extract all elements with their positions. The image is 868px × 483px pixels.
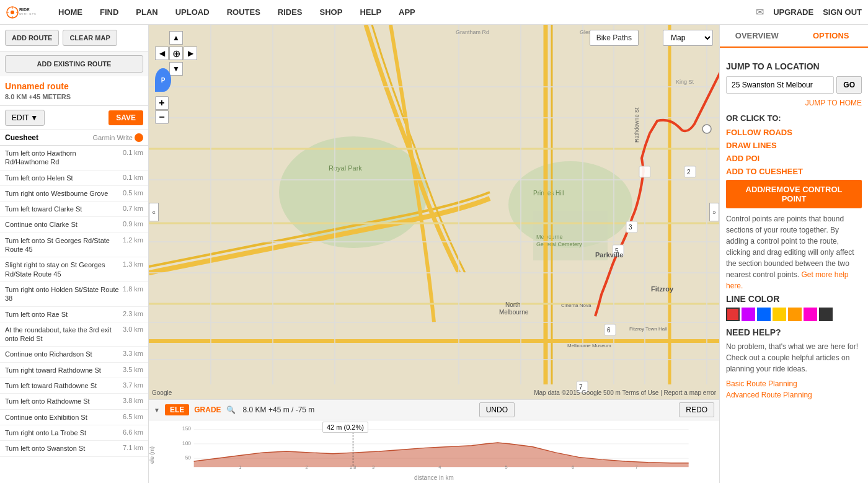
add-remove-control-point-button[interactable]: ADD/REMOVE CONTROL POINT bbox=[726, 180, 862, 208]
collapse-right-button[interactable]: » bbox=[709, 203, 719, 221]
route-name: Unnamed route bbox=[5, 81, 143, 91]
left-panel: ADD ROUTE CLEAR MAP ADD EXISTING ROUTE U… bbox=[0, 25, 149, 483]
redo-button[interactable]: REDO bbox=[679, 402, 714, 417]
pan-center-button[interactable]: ⊕ bbox=[169, 47, 183, 60]
draw-lines-link[interactable]: DRAW LINES bbox=[726, 141, 862, 150]
logo[interactable]: RIDE WITH GPS bbox=[6, 2, 37, 22]
dropdown-arrow-icon: ▼ bbox=[30, 113, 38, 122]
color-swatches bbox=[726, 308, 862, 321]
add-existing-route-button[interactable]: ADD EXISTING ROUTE bbox=[5, 55, 143, 73]
svg-text:1: 1 bbox=[239, 464, 241, 470]
upgrade-link[interactable]: UPGRADE bbox=[773, 7, 813, 17]
color-swatch-0[interactable] bbox=[726, 308, 740, 321]
zoom-out-button[interactable]: − bbox=[155, 110, 169, 124]
search-icon: 🔍 bbox=[226, 405, 236, 414]
garmin-write[interactable]: Garmin Write bbox=[92, 133, 143, 142]
y-axis-label: ele (m) bbox=[149, 420, 155, 464]
nav-home[interactable]: HOME bbox=[50, 0, 91, 25]
pan-up-button[interactable]: ▲ bbox=[169, 31, 183, 45]
elevation-panel: ▼ ELE GRADE 🔍 8.0 KM +45 m / -75 m UNDO … bbox=[149, 399, 719, 483]
svg-text:100: 100 bbox=[182, 440, 191, 446]
color-swatch-4[interactable] bbox=[788, 308, 802, 321]
x-axis-label: distance in km bbox=[149, 474, 719, 481]
nav-app[interactable]: APP bbox=[390, 0, 424, 25]
list-item: Turn left onto Rae St2.3 km bbox=[0, 307, 148, 322]
svg-text:North: North bbox=[505, 301, 520, 308]
undo-button[interactable]: UNDO bbox=[479, 402, 515, 417]
bike-paths-button[interactable]: Bike Paths bbox=[590, 30, 639, 46]
basic-route-planning-link[interactable]: Basic Route Planning bbox=[726, 379, 862, 388]
list-item: Turn left onto St Georges Rd/State Route… bbox=[0, 233, 148, 258]
elevation-chart[interactable]: 150 100 50 1 2 2.8 3 bbox=[149, 420, 719, 482]
nav-shop[interactable]: SHOP bbox=[311, 0, 352, 25]
color-swatch-3[interactable] bbox=[773, 308, 786, 321]
svg-text:Melbourne: Melbourne bbox=[536, 234, 563, 240]
tab-options[interactable]: OPTIONS bbox=[794, 25, 869, 48]
nav-help[interactable]: HELP bbox=[351, 0, 390, 25]
list-item: Turn left onto Hawthorn Rd/Hawthorne Rd0… bbox=[0, 146, 148, 171]
pan-down-button[interactable]: ▼ bbox=[169, 62, 183, 76]
save-button[interactable]: SAVE bbox=[108, 110, 143, 125]
jump-to-home-link[interactable]: JUMP TO HOME bbox=[726, 99, 862, 107]
nav-routes[interactable]: ROUTES bbox=[218, 0, 269, 25]
go-button[interactable]: GO bbox=[836, 76, 862, 94]
zoom-controls: + − bbox=[155, 96, 169, 124]
add-route-button[interactable]: ADD ROUTE bbox=[5, 30, 59, 46]
grade-tab[interactable]: GRADE bbox=[194, 405, 221, 414]
map-type-select[interactable]: Map Satellite Terrain bbox=[663, 30, 713, 46]
elevation-collapse-button[interactable]: ▼ bbox=[154, 407, 160, 414]
main-layout: ADD ROUTE CLEAR MAP ADD EXISTING ROUTE U… bbox=[0, 25, 868, 483]
mail-icon[interactable]: ✉ bbox=[756, 6, 764, 18]
svg-text:Royal Park: Royal Park bbox=[329, 164, 362, 172]
clear-map-button[interactable]: CLEAR MAP bbox=[63, 30, 117, 46]
tab-overview[interactable]: OVERVIEW bbox=[720, 25, 794, 47]
elevation-tab[interactable]: ELE bbox=[165, 404, 189, 415]
cuesheet-list: Turn left onto Hawthorn Rd/Hawthorne Rd0… bbox=[0, 146, 148, 483]
route-info: Unnamed route 8.0 KM +45 METERS bbox=[0, 76, 148, 106]
follow-roads-link[interactable]: FOLLOW ROADS bbox=[726, 128, 862, 137]
svg-text:150: 150 bbox=[182, 425, 191, 432]
advanced-route-planning-link[interactable]: Advanced Route Planning bbox=[726, 391, 862, 399]
edit-button[interactable]: EDIT ▼ bbox=[5, 110, 45, 126]
svg-text:Fitzroy Town Hall: Fitzroy Town Hall bbox=[629, 326, 667, 332]
route-stats: 8.0 KM +45 METERS bbox=[5, 93, 143, 100]
zoom-in-button[interactable]: + bbox=[155, 96, 169, 110]
nav-find[interactable]: FIND bbox=[91, 0, 127, 25]
svg-text:6: 6 bbox=[572, 464, 574, 470]
svg-text:4: 4 bbox=[438, 464, 441, 470]
line-color-title: LINE COLOR bbox=[726, 294, 862, 304]
svg-point-1 bbox=[11, 11, 14, 14]
color-swatch-1[interactable] bbox=[742, 308, 755, 321]
pan-right-button[interactable]: ▶ bbox=[184, 47, 197, 60]
color-swatch-6[interactable] bbox=[819, 308, 833, 321]
list-item: Turn right onto La Trobe St6.6 km bbox=[0, 425, 148, 441]
nav-upload[interactable]: UPLOAD bbox=[167, 0, 218, 25]
pan-left-button[interactable]: ◀ bbox=[155, 47, 169, 60]
signout-link[interactable]: SIGN OUT bbox=[823, 7, 862, 17]
list-item: Turn left onto Helen St0.1 km bbox=[0, 171, 148, 186]
center-panel: Royal Park Princes Hill Melbourne Genera… bbox=[149, 25, 719, 483]
svg-text:2: 2 bbox=[687, 169, 691, 175]
list-item: Slight right to stay on St Georges Rd/St… bbox=[0, 257, 148, 282]
color-swatch-2[interactable] bbox=[757, 308, 771, 321]
nav-plan[interactable]: PLAN bbox=[127, 0, 166, 25]
streetview-button[interactable]: P bbox=[155, 68, 171, 92]
elevation-toolbar: ▼ ELE GRADE 🔍 8.0 KM +45 m / -75 m UNDO … bbox=[149, 400, 719, 420]
get-more-help-link[interactable]: Get more help here. bbox=[726, 270, 848, 290]
list-item: Turn left toward Rathdowne St3.7 km bbox=[0, 378, 148, 394]
nav-rides[interactable]: RIDES bbox=[269, 0, 311, 25]
svg-text:3: 3 bbox=[372, 464, 374, 470]
map-svg: Royal Park Princes Hill Melbourne Genera… bbox=[149, 25, 719, 399]
svg-text:2.8: 2.8 bbox=[350, 464, 356, 470]
cuesheet-header: Cuesheet Garmin Write bbox=[0, 130, 148, 146]
svg-text:Parkville: Parkville bbox=[595, 251, 623, 259]
color-swatch-5[interactable] bbox=[804, 308, 817, 321]
add-poi-link[interactable]: ADD POI bbox=[726, 154, 862, 163]
list-item: At the roundabout, take the 3rd exit ont… bbox=[0, 322, 148, 347]
garmin-icon bbox=[135, 133, 143, 142]
or-click-to: OR CLICK TO: bbox=[726, 113, 862, 123]
collapse-left-button[interactable]: « bbox=[149, 203, 159, 221]
map-container[interactable]: Royal Park Princes Hill Melbourne Genera… bbox=[149, 25, 719, 399]
location-input[interactable] bbox=[726, 76, 834, 94]
add-to-cuesheet-link[interactable]: ADD TO CUESHEET bbox=[726, 167, 862, 176]
